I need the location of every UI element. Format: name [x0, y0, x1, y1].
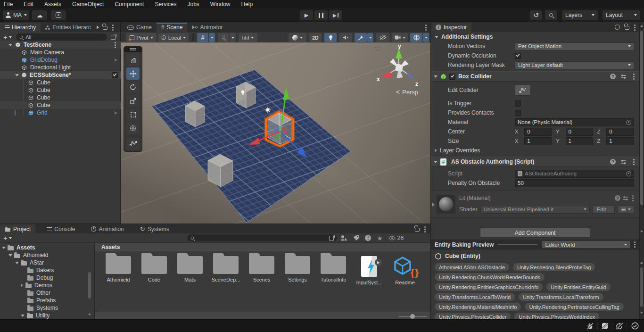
- debugger-status-button[interactable]: [583, 323, 597, 330]
- hierarchy-row-cube2[interactable]: Cube: [0, 86, 121, 94]
- presets-icon[interactable]: [620, 159, 627, 165]
- panel-menu-icon[interactable]: [424, 229, 426, 230]
- entity-tag[interactable]: Athomield.AStar.ASObstacle: [435, 263, 509, 271]
- rendering-layer-mask-dropdown[interactable]: Light Layer default: [515, 61, 634, 69]
- scale-tool-button[interactable]: [126, 95, 140, 107]
- tree-row-debug[interactable]: Debug: [0, 274, 93, 282]
- panel-menu-icon[interactable]: [634, 27, 636, 28]
- hierarchy-row-cube1[interactable]: Cube: [0, 79, 121, 86]
- script-object-field[interactable]: # ASObstacleAuthoring: [515, 170, 634, 178]
- gizmo-center-cube[interactable]: [395, 64, 404, 72]
- filter-by-label-icon[interactable]: [353, 235, 359, 241]
- tree-scrollbar[interactable]: [88, 243, 92, 320]
- menu-gameobject[interactable]: GameObject: [72, 1, 104, 8]
- tree-row-utility[interactable]: Utility: [0, 312, 93, 319]
- presets-icon[interactable]: [622, 196, 628, 201]
- gizmo-y-arrow[interactable]: [283, 88, 289, 100]
- panel-menu-icon[interactable]: [425, 27, 427, 28]
- filter-by-type-icon[interactable]: [341, 235, 347, 241]
- center-x-input[interactable]: 0: [524, 128, 552, 136]
- object-picker-icon[interactable]: [626, 120, 631, 125]
- project-search-input[interactable]: [187, 234, 337, 241]
- menu-assets[interactable]: Assets: [44, 1, 61, 8]
- menu-help[interactable]: Help: [241, 1, 253, 8]
- sync-status-button[interactable]: [612, 323, 627, 330]
- overlay-drag-handle[interactable]: [124, 47, 142, 52]
- services-button[interactable]: [51, 10, 66, 20]
- entity-tag[interactable]: Unity.Transforms.LocalTransform: [519, 293, 603, 301]
- component-menu-icon[interactable]: [632, 198, 634, 199]
- prefab-chevron-icon[interactable]: >: [114, 110, 117, 116]
- center-z-input[interactable]: 0: [606, 128, 634, 136]
- 2d-toggle[interactable]: 2D: [309, 33, 322, 42]
- layers-dropdown[interactable]: Layers: [562, 10, 598, 20]
- object-picker-icon[interactable]: [626, 171, 631, 176]
- cube-gameobject-1[interactable]: [236, 82, 256, 108]
- cube-gameobject-3[interactable]: [208, 154, 233, 187]
- play-button[interactable]: ▶: [300, 10, 313, 20]
- account-button[interactable]: MA: [3, 10, 29, 20]
- axis-x-cone[interactable]: [381, 71, 392, 77]
- shader-dropdown[interactable]: Universal Render Pipeline/Lit: [480, 206, 590, 214]
- hierarchy-row-grid[interactable]: Grid >: [0, 109, 121, 116]
- material-object-field[interactable]: None (Physic Material): [515, 118, 634, 126]
- scene-viewport[interactable]: y x z < Persp: [121, 42, 430, 224]
- prefab-chevron-icon[interactable]: >: [114, 57, 117, 63]
- entity-tag[interactable]: Unity.Rendering.EntitiesGraphicsChunkInf…: [435, 283, 543, 291]
- entity-tag[interactable]: Unity.Transforms.LocalToWorld: [435, 293, 515, 301]
- projection-label[interactable]: < Persp: [396, 88, 418, 96]
- grid-visibility-dropdown[interactable]: [209, 33, 215, 42]
- foldout-icon[interactable]: [434, 75, 438, 78]
- open-search-window-icon[interactable]: [111, 35, 116, 40]
- baking-world-dropdown[interactable]: Editor World: [542, 241, 630, 249]
- asset-item-code[interactable]: Code: [137, 256, 171, 282]
- additional-settings-header[interactable]: Additional Settings: [431, 32, 639, 42]
- lock-icon[interactable]: [103, 26, 107, 30]
- motion-vectors-dropdown[interactable]: Per Object Motion: [515, 42, 634, 50]
- tree-row-systems[interactable]: Systems: [0, 304, 93, 312]
- snap-dropdown[interactable]: [230, 33, 236, 42]
- menu-edit[interactable]: Edit: [24, 1, 33, 8]
- create-button[interactable]: +: [3, 234, 7, 242]
- center-y-input[interactable]: 0: [566, 128, 594, 136]
- foldout-icon[interactable]: [15, 74, 19, 76]
- box-collider-header[interactable]: Box Collider ?: [431, 71, 639, 82]
- favorites-star-icon[interactable]: ★: [377, 234, 383, 242]
- hierarchy-row-ecssubscene[interactable]: ECSSubScene*: [0, 71, 121, 79]
- cube-gameobject-2[interactable]: [185, 101, 205, 127]
- gizmos-toggle[interactable]: [410, 33, 422, 42]
- gizmos-dropdown[interactable]: [423, 33, 429, 42]
- presets-icon[interactable]: [620, 74, 627, 79]
- material-thumbnail[interactable]: [437, 195, 455, 214]
- subscene-loaded-checkbox[interactable]: [112, 72, 118, 78]
- scroll-down-icon[interactable]: [640, 231, 643, 232]
- foldout-icon[interactable]: [21, 315, 25, 317]
- ok-status-button[interactable]: [627, 322, 643, 330]
- tab-project[interactable]: Project: [0, 224, 35, 233]
- foldout-icon[interactable]: [435, 36, 438, 38]
- tree-row-astar[interactable]: AStar: [0, 259, 93, 266]
- component-menu-icon[interactable]: [633, 161, 635, 163]
- debug-circle-icon[interactable]: [615, 25, 620, 30]
- hand-tool-button[interactable]: [126, 54, 140, 66]
- shader-list-button[interactable]: [618, 205, 634, 214]
- audio-toggle[interactable]: [339, 33, 352, 42]
- undo-history-button[interactable]: ↺: [530, 10, 542, 20]
- foldout-icon[interactable]: [21, 283, 23, 287]
- foldout-icon[interactable]: [15, 262, 19, 264]
- menu-window[interactable]: Window: [210, 1, 231, 8]
- rect-tool-button[interactable]: [126, 108, 140, 121]
- global-search-button[interactable]: [545, 10, 557, 20]
- foldout-icon[interactable]: [434, 161, 438, 163]
- panel-menu-icon[interactable]: [112, 27, 114, 28]
- entity-tag[interactable]: Unity.Rendering.ChunkWorldRenderBounds: [435, 273, 545, 281]
- scene-visibility-toggle[interactable]: [376, 33, 389, 42]
- size-x-input[interactable]: 1: [524, 137, 552, 145]
- asset-item-settings[interactable]: Settings: [281, 256, 314, 282]
- create-button[interactable]: +: [3, 33, 7, 41]
- lighting-toggle[interactable]: [324, 33, 337, 42]
- scroll-down-icon[interactable]: [88, 314, 91, 315]
- obstacle-authoring-header[interactable]: # AS Obstacle Authoring (Script) ?: [431, 157, 639, 167]
- is-trigger-checkbox[interactable]: [515, 100, 521, 107]
- tab-inspector[interactable]: i Inspector: [431, 23, 471, 32]
